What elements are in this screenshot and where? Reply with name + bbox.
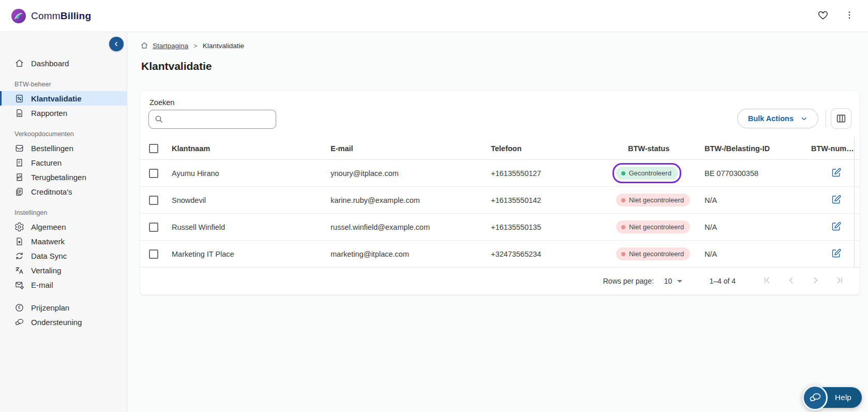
sidebar-item-maatwerk[interactable]: Maatwerk [0, 234, 127, 248]
sidebar-section-instellingen: Instellingen [0, 206, 127, 219]
sidebar-section-verkoopdocumenten: Verkoopdocumenten [0, 127, 127, 141]
cell-email: marketing@itplace.com [331, 250, 491, 258]
edit-btw-nummer-button[interactable] [830, 220, 843, 234]
breadcrumb-link-startpagina[interactable]: Startpagina [153, 42, 188, 50]
sidebar-item-bestellingen[interactable]: Bestellingen [0, 141, 127, 155]
first-page-icon [762, 275, 772, 285]
row-checkbox[interactable] [149, 196, 158, 205]
column-header-e-mail[interactable]: E-mail [331, 144, 491, 153]
column-header-btw-belasting-id[interactable]: BTW-/Belasting-ID [705, 144, 811, 153]
rows-per-page-value: 10 [664, 277, 672, 285]
status-dot-icon [621, 198, 625, 202]
favorites-heart-icon[interactable] [815, 7, 831, 24]
home-icon [14, 58, 24, 68]
edit-icon [831, 194, 842, 205]
select-all-checkbox[interactable] [149, 144, 158, 153]
previous-page-icon [786, 275, 796, 285]
sidebar-item-label: Algemeen [31, 223, 66, 231]
chat-icon [14, 317, 24, 327]
sidebar-item-facturen[interactable]: €Facturen [0, 155, 127, 170]
sidebar-item-label: Creditnota's [31, 187, 72, 196]
sidebar-item-creditnota-s[interactable]: Creditnota's [0, 184, 127, 199]
sidebar-item-algemeen[interactable]: Algemeen [0, 219, 127, 234]
cell-btw-status: Gecontroleerd [616, 167, 705, 180]
rows-per-page-select[interactable]: Rows per page: 10 [603, 277, 683, 285]
previous-page-button[interactable] [785, 274, 798, 288]
bulk-actions-button[interactable]: Bulk Actions [737, 109, 818, 128]
last-page-button[interactable] [833, 274, 846, 288]
doc-gear-icon [14, 237, 24, 246]
row-checkbox[interactable] [149, 249, 158, 259]
status-dot-icon [621, 171, 625, 175]
status-dot-icon [621, 252, 625, 256]
sidebar-item-e-mail[interactable]: E-mail [0, 277, 127, 292]
cell-btw-nummer [811, 247, 860, 261]
sidebar-item-ondersteuning[interactable]: Ondersteuning [0, 315, 127, 329]
sync-icon [14, 251, 24, 261]
sidebar-item-label: Bestellingen [31, 144, 73, 153]
sidebar-item-label: Prijzenplan [31, 303, 69, 312]
sidebar-item-prijzenplan[interactable]: €Prijzenplan [0, 300, 127, 315]
sidebar: DashboardBTW-beheerKlantvalidatieRapport… [0, 32, 127, 412]
column-header-btw-num[interactable]: BTW-num… [811, 144, 860, 153]
kebab-menu-icon[interactable] [842, 8, 857, 24]
sidebar-item-klantvalidatie[interactable]: Klantvalidatie [0, 91, 127, 106]
table-row-russell-winfield: Russell Winfieldrussel.winfield@example.… [140, 214, 860, 241]
breadcrumb-separator: > [192, 42, 199, 50]
cell-btw-status: Niet gecontroleerd [616, 247, 705, 260]
gear-icon [14, 222, 24, 232]
cell-email: karine.ruby@example.com [331, 196, 491, 204]
receipt-return-icon [14, 172, 24, 182]
table-row-snowdevil: Snowdevilkarine.ruby@example.com+1613555… [140, 187, 860, 214]
cell-btw-status: Niet gecontroleerd [616, 220, 705, 233]
edit-btw-nummer-button[interactable] [830, 193, 843, 208]
sidebar-item-label: Facturen [31, 158, 62, 167]
columns-icon [835, 113, 847, 124]
edit-btw-nummer-button[interactable] [830, 166, 843, 181]
percent-doc-icon [14, 94, 24, 104]
sidebar-item-label: E-mail [31, 281, 53, 289]
search-icon [154, 114, 164, 124]
breadcrumb-current: Klantvalidatie [203, 42, 244, 50]
sidebar-item-label: Rapporten [31, 109, 67, 117]
next-page-button[interactable] [809, 274, 822, 288]
topbar: CommBilling [0, 0, 868, 32]
last-page-icon [835, 275, 845, 285]
search-input[interactable] [148, 110, 276, 129]
cell-telefoon: +16135550135 [491, 223, 616, 231]
help-button[interactable]: Help [802, 387, 862, 408]
sidebar-section-btw-beheer: BTW-beheer [0, 78, 127, 91]
row-checkbox[interactable] [149, 169, 158, 178]
sidebar-item-dashboard[interactable]: Dashboard [0, 56, 127, 70]
column-header-klantnaam[interactable]: Klantnaam [172, 144, 331, 153]
klantvalidatie-card: Zoeken Bulk Actions [140, 91, 860, 295]
sidebar-item-data-sync[interactable]: Data Sync [0, 248, 127, 263]
status-badge: Gecontroleerd [616, 167, 678, 180]
cell-btw-nummer [811, 220, 860, 234]
row-checkbox[interactable] [149, 223, 158, 232]
cell-btw-nummer [811, 193, 860, 208]
euro-circle-icon: € [14, 303, 24, 313]
sidebar-item-label: Klantvalidatie [31, 94, 82, 103]
sidebar-collapse-button[interactable] [109, 37, 124, 51]
cell-btw-belasting-id: N/A [705, 250, 811, 258]
sidebar-item-label: Dashboard [31, 59, 69, 68]
cell-klantnaam: Ayumu Hirano [172, 169, 331, 178]
chevron-down-icon [800, 114, 809, 123]
first-page-button[interactable] [760, 274, 773, 288]
column-chooser-button[interactable] [831, 108, 851, 129]
cell-klantnaam: Snowdevil [172, 196, 331, 204]
table-row-ayumu-hirano: Ayumu Hiranoynoury@itplace.com+161355501… [140, 160, 860, 187]
next-page-icon [811, 275, 820, 285]
cell-btw-belasting-id: N/A [705, 223, 811, 231]
sidebar-item-terugbetalingen[interactable]: Terugbetalingen [0, 170, 127, 184]
cell-email: russel.winfield@example.com [331, 223, 491, 231]
sidebar-item-vertaling[interactable]: Vertaling [0, 263, 127, 277]
page-title: Klantvalidatie [141, 59, 860, 73]
edit-btw-nummer-button[interactable] [830, 247, 843, 261]
column-header-btw-status[interactable]: BTW-status [616, 144, 705, 153]
column-header-telefoon[interactable]: Telefoon [491, 144, 616, 153]
breadcrumb-home-icon [140, 41, 148, 50]
sidebar-item-rapporten[interactable]: Rapporten [0, 106, 127, 120]
pagination-range: 1–4 of 4 [709, 277, 736, 285]
